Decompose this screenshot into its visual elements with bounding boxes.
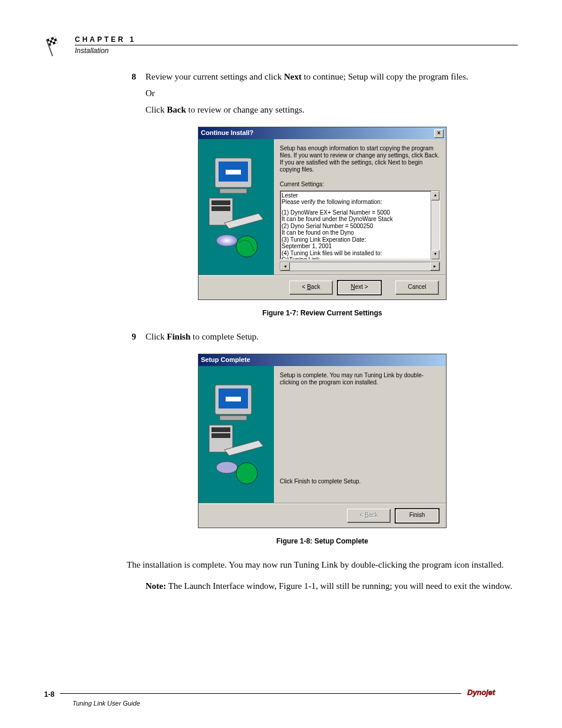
svg-rect-13 xyxy=(211,200,230,205)
settings-line: It can be found on the Dyno xyxy=(282,229,438,236)
settings-line: (3) Tuning Link Experation Date: xyxy=(282,236,438,243)
dialog-title: Setup Complete xyxy=(201,355,250,365)
dynojet-logo: Dynojet xyxy=(467,687,518,699)
svg-rect-2 xyxy=(49,40,52,43)
post-paragraph: The installation is complete. You may no… xyxy=(127,559,518,572)
figure-caption: Figure 1-8: Setup Complete xyxy=(127,536,518,546)
computer-icon xyxy=(207,153,266,259)
settings-heading: Current Settings: xyxy=(280,180,440,189)
step-text: Click Finish to complete Setup. xyxy=(146,331,518,344)
setup-complete-dialog: Setup Complete xyxy=(198,354,447,528)
next-button[interactable]: Next > xyxy=(338,281,381,295)
svg-rect-20 xyxy=(226,397,241,401)
page-number: 1-8 xyxy=(44,690,54,699)
footer-doc-title: Tuning Link User Guide xyxy=(72,700,140,707)
step-number: 9 xyxy=(127,331,136,347)
svg-rect-14 xyxy=(211,206,230,211)
svg-point-26 xyxy=(216,462,237,473)
note-paragraph: Note: The Launch Interface window, Figur… xyxy=(146,580,518,593)
settings-line: It can be found under the DynoWare Stack xyxy=(282,216,438,223)
svg-rect-23 xyxy=(211,427,230,432)
chapter-label: CHAPTER 1 xyxy=(75,35,518,45)
current-settings-box: Lester Please verify the following infor… xyxy=(280,190,440,261)
dialog-button-bar: < Back Next > Cancel xyxy=(199,276,446,299)
svg-rect-21 xyxy=(220,416,247,420)
dialog-title: Continue Install? xyxy=(201,129,253,138)
dialog-titlebar: Continue Install? × xyxy=(199,127,446,139)
svg-text:Dynojet: Dynojet xyxy=(467,688,495,697)
scroll-right-icon[interactable]: ▸ xyxy=(430,262,439,271)
finish-button[interactable]: Finish xyxy=(395,509,439,523)
dialog-button-bar: < Back Finish xyxy=(199,504,446,528)
page-footer: 1-8 Tuning Link User Guide Dynojet xyxy=(44,687,518,699)
footer-rule: Tuning Link User Guide xyxy=(60,693,461,694)
computer-icon xyxy=(207,380,266,486)
svg-point-17 xyxy=(236,236,257,257)
svg-rect-3 xyxy=(54,38,57,41)
scroll-down-icon[interactable]: ▾ xyxy=(431,250,439,259)
settings-line: (1) DynoWare EX+ Serial Number = 5000 xyxy=(282,209,438,216)
horizontal-scrollbar[interactable]: ◂ ▸ xyxy=(280,262,440,271)
dialog-sidebar xyxy=(199,139,274,275)
settings-line: C:\Tuning Link xyxy=(282,256,438,260)
svg-rect-24 xyxy=(211,433,230,438)
scroll-left-icon[interactable]: ◂ xyxy=(280,262,290,271)
svg-rect-1 xyxy=(51,37,54,40)
dialog-titlebar: Setup Complete xyxy=(199,354,446,366)
figure-caption: Figure 1-7: Review Current Settings xyxy=(127,308,518,318)
dialog-sidebar xyxy=(199,366,274,503)
back-button: < Back xyxy=(347,509,391,523)
svg-rect-11 xyxy=(220,189,247,193)
settings-line: Please verify the following information: xyxy=(282,199,438,206)
checkered-flag-icon xyxy=(44,33,68,57)
scroll-up-icon[interactable]: ▴ xyxy=(431,191,439,200)
step-text: Review your current settings and click N… xyxy=(146,71,518,84)
settings-line: Lester xyxy=(282,192,438,199)
svg-point-16 xyxy=(216,235,237,246)
step-9: 9 Click Finish to complete Setup. xyxy=(127,331,518,347)
settings-line: (2) Dyno Serial Number = 5000250 xyxy=(282,223,438,230)
page-header: CHAPTER 1 Installation xyxy=(44,35,518,57)
back-button[interactable]: < Back xyxy=(289,281,333,295)
settings-line: September 1, 2001 xyxy=(282,243,438,250)
cancel-button[interactable]: Cancel xyxy=(395,281,439,295)
body-content: 8 Review your current settings and click… xyxy=(127,71,518,593)
settings-line: (4) Tuning Link files will be installed … xyxy=(282,250,438,257)
dialog-message: Setup is complete. You may run Tuning Li… xyxy=(280,372,440,386)
dialog-message: Setup has enough information to start co… xyxy=(280,145,440,173)
vertical-scrollbar[interactable]: ▴ ▾ xyxy=(431,191,439,260)
step-number: 8 xyxy=(127,71,136,120)
step-text-2: Click Back to review or change any setti… xyxy=(146,104,518,117)
svg-rect-5 xyxy=(52,41,55,44)
continue-install-dialog: Continue Install? × xyxy=(198,127,447,300)
step-or: Or xyxy=(146,87,518,100)
close-icon[interactable]: × xyxy=(434,129,444,138)
step-8: 8 Review your current settings and click… xyxy=(127,71,518,120)
section-label: Installation xyxy=(75,47,518,55)
svg-rect-10 xyxy=(226,170,241,174)
svg-point-27 xyxy=(236,463,257,484)
dialog-message-2: Click Finish to complete Setup. xyxy=(280,478,440,485)
